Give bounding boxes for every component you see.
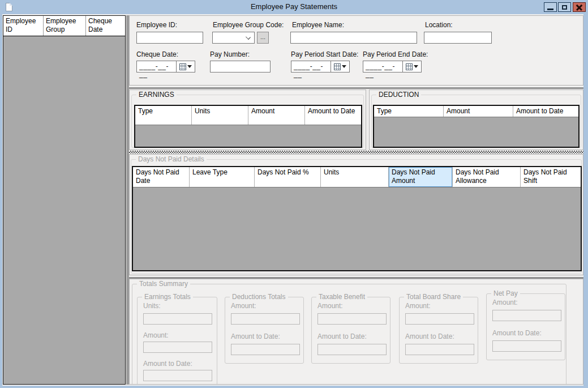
search-form-panel: Employee ID: Employee Group Code: Employ…: [129, 15, 583, 86]
column-header-employee-group[interactable]: Employee Group: [44, 16, 86, 36]
earnings-totals-amount-to-date-label: Amount to Date:: [143, 360, 192, 368]
total-board-share-amount-to-date-label: Amount to Date:: [405, 332, 454, 340]
minimize-icon: [547, 8, 553, 10]
main-area: Employee ID: Employee Group Code: Employ…: [129, 15, 583, 385]
totals-summary-groupbox: Totals Summary Earnings Totals Units: Am…: [132, 284, 566, 385]
cheque-date-label: Cheque Date:: [136, 50, 178, 58]
employee-group-code-select[interactable]: [212, 32, 255, 44]
results-grid-header: Employee ID Employee Group Cheque Date: [3, 16, 125, 36]
total-board-share-amount-to-date-input: [405, 344, 474, 355]
close-button[interactable]: [573, 2, 586, 12]
employee-name-input[interactable]: [290, 32, 417, 44]
pay-period-end-picker-button[interactable]: [402, 61, 422, 73]
taxable-benefit-amount-to-date-label: Amount to Date:: [317, 332, 367, 340]
location-label: Location:: [425, 21, 453, 29]
deduction-column-amount-to-date[interactable]: Amount to Date: [513, 106, 578, 117]
earnings-column-type[interactable]: Type: [135, 106, 192, 125]
calendar-arrow-icon: [342, 65, 346, 68]
taxable-benefit-amount-input: [317, 313, 387, 325]
earnings-panel: EARNINGS Type Units Amount Amount to Dat…: [129, 89, 366, 150]
maximize-button[interactable]: [558, 2, 571, 12]
total-board-share-amount-input: [405, 313, 474, 325]
employee-group-browse-button[interactable]: ...: [257, 32, 269, 44]
deductions-totals-group: Deductions Totals Amount: Amount to Date…: [225, 297, 304, 364]
titlebar: Employee Pay Statements: [0, 0, 588, 14]
column-header-employee-id[interactable]: Employee ID: [3, 16, 44, 36]
days-not-paid-grid: Days Not Paid Date Leave Type Days Not P…: [132, 166, 582, 271]
total-board-share-amount-label: Amount:: [405, 302, 431, 310]
dnp-column-shift[interactable]: Days Not Paid Shift: [521, 167, 581, 187]
net-pay-title: Net Pay: [491, 289, 520, 297]
results-grid-body: [3, 36, 125, 384]
calendar-icon: [406, 63, 413, 70]
totals-summary-panel: Totals Summary Earnings Totals Units: Am…: [129, 279, 583, 385]
total-board-share-group: Total Board Share Amount: Amount to Date…: [399, 297, 478, 364]
earnings-column-amount[interactable]: Amount: [248, 106, 305, 125]
days-not-paid-panel: Days Not Paid Details Days Not Paid Date…: [129, 154, 583, 275]
dnp-column-units[interactable]: Units: [321, 167, 389, 187]
net-pay-amount-to-date-input: [492, 340, 561, 352]
deduction-panel: DEDUCTION Type Amount Amount to Date: [369, 89, 583, 150]
earnings-totals-title: Earnings Totals: [142, 293, 193, 301]
deduction-column-type[interactable]: Type: [374, 106, 444, 117]
net-pay-amount-to-date-label: Amount to Date:: [492, 329, 542, 337]
dnp-column-allowance[interactable]: Days Not Paid Allowance: [453, 167, 521, 187]
employee-name-label: Employee Name:: [292, 21, 344, 29]
calendar-icon: [179, 63, 186, 70]
earnings-column-units[interactable]: Units: [192, 106, 248, 125]
earnings-totals-amount-label: Amount:: [143, 331, 169, 339]
pay-period-end-input[interactable]: ____-__-__: [363, 61, 403, 73]
pay-period-end-label: Pay Period End Date:: [363, 50, 428, 58]
earnings-grid-header: Type Units Amount Amount to Date: [135, 106, 361, 125]
pay-number-label: Pay Number:: [210, 50, 250, 58]
pay-number-input[interactable]: [210, 61, 271, 73]
cheque-date-input[interactable]: ____-__-__: [136, 61, 177, 73]
dnp-column-percent[interactable]: Days Not Paid %: [255, 167, 321, 187]
taxable-benefit-amount-to-date-input: [317, 344, 387, 355]
earnings-grid: Type Units Amount Amount to Date: [134, 105, 362, 148]
net-pay-amount-label: Amount:: [492, 299, 518, 306]
dnp-column-leave-type[interactable]: Leave Type: [190, 167, 255, 187]
taxable-benefit-title: Taxable Benefit: [316, 293, 367, 301]
taxable-benefit-group: Taxable Benefit Amount: Amount to Date:: [311, 297, 390, 364]
deduction-grid-header: Type Amount Amount to Date: [374, 106, 578, 117]
results-grid: Employee ID Employee Group Cheque Date: [3, 15, 126, 385]
total-board-share-title: Total Board Share: [404, 293, 463, 301]
minimize-button[interactable]: [544, 2, 557, 12]
net-pay-group: Net Pay Amount: Amount to Date:: [486, 293, 565, 360]
pay-period-start-input[interactable]: ____-__-__: [291, 61, 331, 73]
net-pay-amount-input: [492, 310, 561, 321]
calendar-icon: [334, 63, 341, 70]
cheque-date-picker-button[interactable]: [176, 61, 195, 73]
horizontal-splitter-focused[interactable]: [129, 150, 583, 154]
maximize-icon: [562, 5, 567, 10]
totals-summary-title: Totals Summary: [137, 280, 190, 288]
pay-period-start-picker-button[interactable]: [331, 61, 350, 73]
earnings-totals-group: Earnings Totals Units: Amount: Amount to…: [137, 297, 217, 385]
deduction-column-amount[interactable]: Amount: [444, 106, 513, 117]
pay-period-start-label: Pay Period Start Date:: [291, 50, 358, 58]
earnings-column-amount-to-date[interactable]: Amount to Date: [305, 106, 361, 125]
location-input[interactable]: [424, 32, 492, 44]
employee-id-input[interactable]: [136, 32, 203, 44]
deductions-totals-amount-to-date-label: Amount to Date:: [231, 332, 280, 340]
earnings-totals-units-label: Units:: [143, 302, 161, 310]
horizontal-splitter[interactable]: [129, 86, 583, 89]
days-not-paid-title: Days Not Paid Details: [136, 155, 207, 163]
window-title: Employee Pay Statements: [0, 2, 588, 11]
employee-id-label: Employee ID:: [136, 21, 177, 29]
deduction-title: DEDUCTION: [376, 91, 421, 99]
column-header-cheque-date[interactable]: Cheque Date: [86, 16, 125, 36]
dnp-column-amount-selected[interactable]: Days Not Paid Amount: [389, 167, 453, 187]
dnp-column-date[interactable]: Days Not Paid Date: [133, 167, 190, 187]
deductions-totals-amount-label: Amount:: [231, 302, 256, 310]
calendar-arrow-icon: [187, 65, 192, 68]
employee-group-code-label: Employee Group Code:: [213, 21, 284, 29]
taxable-benefit-amount-label: Amount:: [317, 302, 343, 310]
deductions-totals-amount-input: [231, 313, 300, 325]
earnings-title: EARNINGS: [136, 91, 177, 99]
earnings-totals-units-input: [143, 313, 212, 325]
chevron-down-icon: [246, 35, 251, 40]
earnings-totals-amount-to-date-input: [143, 370, 212, 381]
days-not-paid-grid-header: Days Not Paid Date Leave Type Days Not P…: [133, 167, 581, 187]
